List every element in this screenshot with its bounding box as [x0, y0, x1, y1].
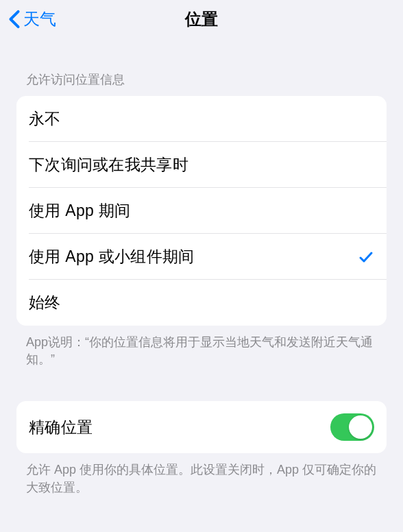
chevron-left-icon [8, 10, 21, 29]
precise-location-row[interactable]: 精确位置 [16, 401, 387, 453]
toggle-knob [349, 415, 372, 439]
option-while-using-app[interactable]: 使用 App 期间 [16, 188, 387, 234]
section-footer-precise: 允许 App 使用你的具体位置。此设置关闭时，App 仅可确定你的大致位置。 [16, 453, 387, 501]
option-label: 使用 App 或小组件期间 [29, 246, 195, 267]
option-while-using-app-or-widgets[interactable]: 使用 App 或小组件期间 [16, 234, 387, 280]
option-always[interactable]: 始终 [16, 280, 387, 326]
option-label: 始终 [29, 292, 61, 313]
navigation-bar: 天气 位置 [0, 0, 403, 38]
section-footer-app-description: App说明：“你的位置信息将用于显示当地天气和发送附近天气通知。” [16, 326, 387, 374]
option-label: 使用 App 期间 [29, 200, 130, 221]
option-never[interactable]: 永不 [16, 96, 387, 142]
option-label: 永不 [29, 108, 61, 130]
checkmark-icon [358, 249, 374, 265]
precise-location-toggle[interactable] [330, 413, 374, 441]
precise-location-label: 精确位置 [29, 417, 93, 438]
page-title: 位置 [185, 8, 218, 30]
back-label: 天气 [23, 8, 56, 30]
section-header-access: 允许访问位置信息 [16, 38, 387, 96]
location-access-group: 永不 下次询问或在我共享时 使用 App 期间 使用 App 或小组件期间 始终 [16, 96, 387, 326]
option-ask-next-time[interactable]: 下次询问或在我共享时 [16, 142, 387, 188]
content-area: 允许访问位置信息 永不 下次询问或在我共享时 使用 App 期间 使用 App … [0, 38, 403, 502]
option-label: 下次询问或在我共享时 [29, 154, 188, 176]
back-button[interactable]: 天气 [5, 5, 59, 33]
precise-location-group: 精确位置 [16, 401, 387, 453]
